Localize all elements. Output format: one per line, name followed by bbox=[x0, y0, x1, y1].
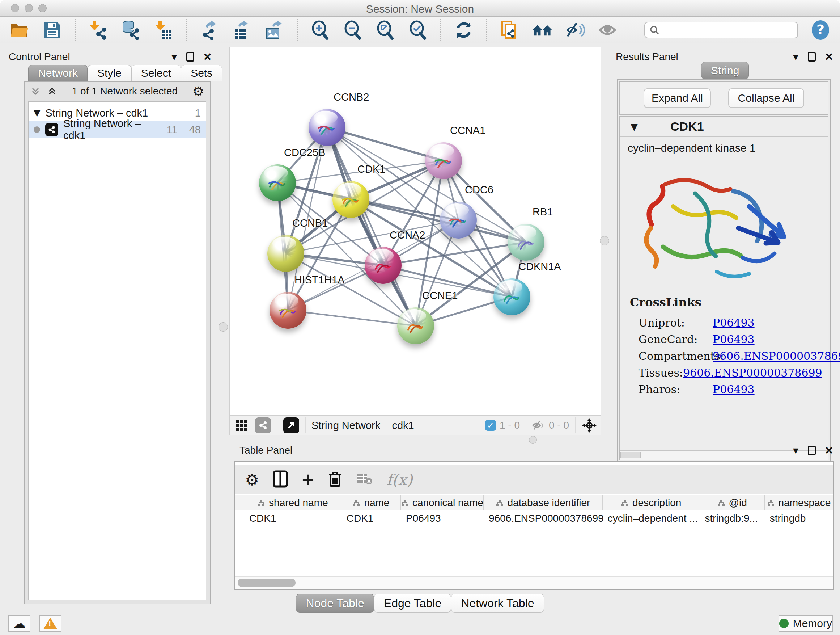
open-in-window-icon[interactable] bbox=[283, 417, 299, 433]
crosslink-row: GeneCard:P06493 bbox=[638, 331, 818, 348]
table-row[interactable]: CDK1CDK1P064939606.ENSP00000378699cyclin… bbox=[235, 510, 833, 526]
column-header-description[interactable]: description bbox=[603, 495, 700, 510]
network-node-CCNE1[interactable] bbox=[397, 307, 434, 344]
panel-close-icon[interactable]: × bbox=[825, 52, 833, 62]
zoom-in-icon[interactable] bbox=[310, 20, 330, 40]
panel-dropdown-icon[interactable]: ▾ bbox=[172, 50, 177, 63]
protein-expand-icon[interactable]: ▼ bbox=[630, 121, 638, 132]
export-image-icon[interactable] bbox=[264, 20, 284, 40]
create-column-plus-icon[interactable]: + bbox=[302, 472, 314, 487]
warnings-button[interactable] bbox=[39, 615, 62, 632]
panel-dropdown-icon[interactable]: ▾ bbox=[793, 50, 798, 63]
crosslink-link[interactable]: P06493 bbox=[713, 383, 755, 396]
tab-network-table[interactable]: Network Table bbox=[451, 594, 544, 613]
save-session-icon[interactable] bbox=[42, 20, 62, 40]
expand-all-button[interactable]: Expand All bbox=[644, 88, 711, 108]
string-share-icon[interactable] bbox=[255, 417, 271, 433]
expand-all-chevron-icon[interactable] bbox=[47, 86, 57, 96]
tab-edge-table[interactable]: Edge Table bbox=[374, 594, 452, 613]
toolbar-search-input[interactable] bbox=[644, 22, 798, 38]
network-options-gear-icon[interactable]: ⚙ bbox=[193, 84, 204, 99]
tab-select[interactable]: Select bbox=[131, 65, 181, 81]
collapse-all-chevron-icon[interactable] bbox=[30, 86, 41, 96]
export-network-icon[interactable] bbox=[199, 20, 219, 40]
memory-status-dot-icon bbox=[779, 619, 789, 628]
column-header-namespace[interactable]: namespace bbox=[765, 495, 833, 510]
string-network-icon bbox=[45, 123, 58, 136]
tab-network[interactable]: Network bbox=[28, 65, 88, 81]
selected-checkbox-icon[interactable]: ✓ bbox=[485, 420, 496, 431]
network-node-CCNB2[interactable] bbox=[309, 109, 346, 146]
network-row[interactable]: String Network – cdk1 11 48 bbox=[28, 121, 206, 138]
function-builder-icon[interactable]: f(x) bbox=[386, 471, 412, 489]
network-node-CDK1[interactable] bbox=[332, 181, 369, 218]
help-icon[interactable]: ? bbox=[810, 20, 831, 40]
collapse-all-button[interactable]: Collapse All bbox=[728, 88, 804, 108]
column-header-shared-name[interactable]: shared name bbox=[244, 495, 341, 510]
tab-string[interactable]: String bbox=[701, 62, 749, 79]
memory-button[interactable]: Memory bbox=[778, 615, 833, 632]
show-columns-icon[interactable] bbox=[273, 470, 288, 489]
zoom-out-icon[interactable] bbox=[343, 20, 363, 40]
import-network-database-icon[interactable] bbox=[120, 20, 141, 40]
network-node-CCNB1[interactable] bbox=[267, 235, 304, 272]
panel-float-icon[interactable] bbox=[808, 446, 816, 455]
refresh-layout-icon[interactable] bbox=[454, 20, 474, 40]
pan-crosshair-icon[interactable] bbox=[581, 417, 597, 433]
table-hscrollbar[interactable] bbox=[235, 576, 833, 589]
control-panel-title: Control Panel bbox=[9, 51, 70, 63]
network-node-CDKN1A[interactable] bbox=[493, 279, 531, 315]
table-cell: CDK1 bbox=[244, 510, 341, 526]
hide-selected-eye-icon[interactable] bbox=[565, 20, 585, 40]
crosslink-link[interactable]: 9606.ENSP00000378699 bbox=[713, 350, 840, 363]
network-node-HIST1H1A[interactable] bbox=[270, 292, 306, 329]
open-session-icon[interactable] bbox=[9, 20, 30, 40]
network-node-CDC6[interactable] bbox=[440, 202, 477, 239]
birdseye-grid-icon[interactable] bbox=[233, 417, 249, 433]
toolbar-separator bbox=[486, 19, 487, 41]
panel-dropdown-icon[interactable]: ▾ bbox=[793, 444, 798, 456]
network-node-CDC25B[interactable] bbox=[259, 165, 296, 201]
first-neighbors-icon[interactable] bbox=[532, 20, 553, 40]
show-all-eye-icon[interactable] bbox=[597, 20, 617, 40]
crosslink-label: Pharos: bbox=[638, 383, 713, 396]
svg-text:?: ? bbox=[816, 22, 824, 38]
cloud-status-button[interactable]: ☁ bbox=[8, 615, 30, 632]
table-options-gear-icon[interactable]: ⚙ bbox=[245, 470, 259, 489]
import-network-file-icon[interactable] bbox=[88, 20, 108, 40]
tab-sets[interactable]: Sets bbox=[181, 65, 222, 81]
crosslink-link[interactable]: 9606.ENSP00000378699 bbox=[683, 366, 822, 379]
column-type-icon bbox=[401, 499, 409, 507]
column-header-database-identifier[interactable]: database identifier bbox=[484, 495, 603, 510]
duplicate-network-icon[interactable] bbox=[500, 20, 520, 40]
selected-counts: 1 - 0 bbox=[500, 420, 520, 431]
tab-node-table[interactable]: Node Table bbox=[296, 594, 374, 613]
network-view-canvas[interactable]: CCNB2CCNA1CDC25BCDK1CDC6RB1CCNB1CCNA2CDK… bbox=[229, 47, 601, 416]
network-node-CCNA1[interactable] bbox=[425, 142, 462, 179]
zoom-selected-icon[interactable] bbox=[408, 20, 428, 40]
panel-float-icon[interactable] bbox=[808, 52, 816, 62]
table-tabs: Node TableEdge TableNetwork Table bbox=[0, 594, 840, 613]
left-splitter-handle[interactable] bbox=[218, 322, 228, 332]
zoom-fit-icon[interactable] bbox=[375, 20, 395, 40]
delete-table-icon[interactable] bbox=[356, 472, 373, 487]
tab-style[interactable]: Style bbox=[88, 65, 131, 81]
network-node-RB1[interactable] bbox=[508, 224, 545, 261]
column-type-icon bbox=[717, 499, 725, 507]
crosslink-link[interactable]: P06493 bbox=[713, 333, 755, 346]
crosslink-row: Compartments:9606.ENSP00000378699 bbox=[638, 348, 818, 364]
tree-expand-icon[interactable]: ▼ bbox=[34, 108, 40, 118]
panel-close-icon[interactable]: × bbox=[825, 446, 833, 455]
delete-column-trash-icon[interactable] bbox=[328, 470, 342, 489]
crosslink-label: Tissues: bbox=[638, 366, 683, 379]
column-header-canonical-name[interactable]: canonical name bbox=[401, 495, 484, 510]
column-header-name[interactable]: name bbox=[341, 495, 401, 510]
network-node-CCNA2[interactable] bbox=[365, 247, 401, 284]
export-table-icon[interactable] bbox=[232, 20, 252, 40]
import-table-file-icon[interactable] bbox=[153, 20, 173, 40]
panel-close-icon[interactable]: × bbox=[204, 52, 211, 62]
panel-float-icon[interactable] bbox=[186, 52, 194, 62]
node-label-CCNA1: CCNA1 bbox=[450, 125, 485, 136]
column-header-@id[interactable]: @id bbox=[700, 495, 765, 510]
crosslink-link[interactable]: P06493 bbox=[713, 317, 755, 329]
